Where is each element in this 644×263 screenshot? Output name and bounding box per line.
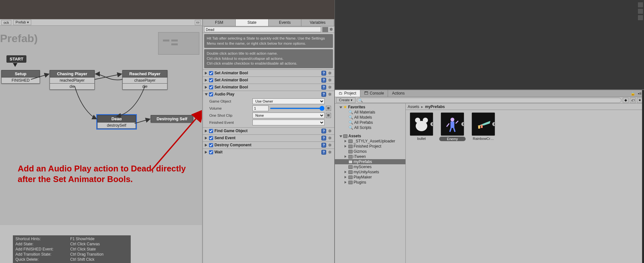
foldout-icon[interactable]	[205, 137, 208, 140]
node-chasing-player[interactable]: Chasing Player reachedPlayer die	[50, 70, 95, 90]
tree-folder[interactable]: Plugins	[335, 180, 405, 185]
help-icon[interactable]: ?	[321, 92, 326, 97]
tree-folder[interactable]: PlayMaker	[335, 175, 405, 180]
scene-tool-icon[interactable]	[638, 2, 643, 8]
help-icon[interactable]: ?	[321, 78, 326, 83]
graph-view-toggle-icon[interactable]: ▭	[195, 20, 201, 25]
tab-fsm[interactable]: FSM	[203, 19, 236, 26]
help-icon[interactable]: ?	[321, 136, 326, 141]
one-shot-clip-dropdown[interactable]: None	[252, 113, 325, 118]
breadcrumb-segment[interactable]: Assets	[408, 104, 419, 109]
help-icon[interactable]: ?	[321, 129, 326, 133]
filter-by-label-icon[interactable]: 🏷	[630, 98, 636, 103]
gear-icon[interactable]: ✲	[327, 85, 332, 90]
tab-console[interactable]: 🗔 Console	[360, 90, 388, 97]
volume-slider[interactable]	[270, 108, 325, 109]
help-icon[interactable]: ?	[321, 85, 326, 90]
project-tree[interactable]: ★ Favorites 🔍All Materials 🔍All Models 🔍…	[335, 104, 406, 263]
favorite-item[interactable]: 🔍All Models	[335, 115, 405, 120]
tab-events[interactable]: Events	[269, 19, 301, 26]
action-enable-checkbox[interactable]	[209, 150, 213, 154]
foldout-icon[interactable]	[205, 79, 208, 82]
help-icon[interactable]: ?	[321, 150, 326, 155]
gear-icon[interactable]: ✲	[327, 129, 332, 133]
help-icon[interactable]: ?	[321, 71, 326, 76]
tree-folder[interactable]: myUnityAssets	[335, 169, 405, 175]
action-set-animator-bool[interactable]: Set Animator Bool ? ✲	[203, 69, 334, 77]
action-find-game-object[interactable]: Find Game Object ? ✲	[203, 127, 334, 134]
tree-folder-myprefabs[interactable]: myPrefabs	[335, 159, 405, 164]
help-icon[interactable]: ?	[321, 143, 326, 148]
volume-input[interactable]	[252, 105, 269, 111]
node-event[interactable]: chasePlayer	[122, 77, 167, 84]
scene-tool-icon[interactable]	[638, 8, 643, 14]
tree-folder[interactable]: myScenes	[335, 164, 405, 169]
lock-icon[interactable]: 🔒	[630, 91, 637, 96]
asset-thumbnail[interactable]: RainbowCr…	[470, 113, 497, 260]
action-set-animator-bool[interactable]: Set Animator Bool ? ✲	[203, 77, 334, 84]
action-send-event[interactable]: Send Event ? ✲	[203, 134, 334, 141]
node-event[interactable]: reachedPlayer	[50, 77, 95, 84]
gear-icon[interactable]: ✲	[327, 150, 332, 155]
tree-folder[interactable]: _STYLY_AssetUploader	[335, 139, 405, 144]
asset-thumbnail[interactable]: bullet	[408, 113, 435, 260]
foldout-icon[interactable]	[205, 72, 208, 75]
filter-by-type-icon[interactable]: ◆	[623, 98, 629, 103]
favorite-item[interactable]: 🔍All Prefabs	[335, 120, 405, 125]
asset-grid[interactable]: bullet Enemy Rainbow	[406, 110, 644, 263]
tree-folder[interactable]: Gizmos	[335, 149, 405, 154]
breadcrumb-segment[interactable]: myPrefabs	[425, 104, 445, 109]
action-audio-play[interactable]: Audio Play ? ✲ Game Object Use Owner Vol…	[203, 91, 334, 127]
prefab-dropdown[interactable]: Prefab ▾	[13, 20, 31, 25]
start-node[interactable]: START	[6, 55, 26, 63]
panel-menu-icon[interactable]: ▪≡	[637, 91, 641, 96]
state-color-swatch[interactable]	[322, 27, 328, 32]
favorites-header[interactable]: ★ Favorites	[335, 104, 405, 110]
action-enable-checkbox[interactable]	[209, 85, 213, 89]
action-enable-checkbox[interactable]	[209, 129, 213, 133]
node-event[interactable]: die	[50, 84, 95, 90]
node-reached-player[interactable]: Reached Player chasePlayer die	[122, 70, 167, 90]
gear-icon[interactable]: ✲	[327, 136, 332, 141]
empty-scene-view[interactable]	[335, 0, 644, 90]
tab-project[interactable]: 🗀 Project	[335, 90, 360, 97]
finished-event-dropdown[interactable]	[252, 120, 325, 125]
foldout-icon[interactable]	[205, 86, 208, 89]
action-wait[interactable]: Wait ? ✲	[203, 149, 334, 156]
create-dropdown[interactable]: Create ▾	[336, 97, 355, 103]
fsm-canvas[interactable]: Prefab) START Setup FINISHED Chasing Pla…	[0, 26, 202, 225]
node-dead[interactable]: Dead destroySelf	[97, 115, 136, 129]
action-destroy-component[interactable]: Destroy Component ? ✲	[203, 141, 334, 149]
action-enable-checkbox[interactable]	[209, 71, 213, 75]
gear-icon[interactable]: ✲	[327, 71, 332, 76]
tree-folder[interactable]: iTween	[335, 154, 405, 159]
action-set-animator-bool[interactable]: Set Animator Bool ? ✲	[203, 84, 334, 91]
foldout-icon[interactable]	[205, 151, 208, 154]
node-event[interactable]: destroySelf	[97, 122, 136, 129]
minimap[interactable]	[158, 32, 199, 55]
game-object-dropdown[interactable]: Use Owner	[252, 98, 325, 104]
node-event[interactable]: FINISHED	[1, 77, 40, 84]
tab-state[interactable]: State	[236, 19, 269, 26]
asset-thumbnail[interactable]: Enemy	[439, 113, 466, 260]
node-destroying-self[interactable]: Destroying Self	[151, 115, 193, 122]
var-toggle-icon[interactable]: 〓	[326, 113, 331, 118]
action-enable-checkbox[interactable]	[209, 143, 213, 147]
lock-button[interactable]: ock	[1, 20, 11, 25]
tab-actions[interactable]: Actions	[388, 90, 408, 97]
favorite-item[interactable]: 🔍All Scripts	[335, 125, 405, 130]
favorite-item[interactable]: 🔍All Materials	[335, 110, 405, 115]
breadcrumb[interactable]: Assets ▸ myPrefabs	[406, 104, 644, 110]
project-search-input[interactable]	[357, 98, 621, 103]
node-setup[interactable]: Setup FINISHED	[1, 70, 40, 84]
action-enable-checkbox[interactable]	[209, 92, 213, 96]
assets-header[interactable]: Assets	[335, 133, 405, 139]
gear-icon[interactable]: ✲	[329, 27, 333, 32]
state-name-input[interactable]	[204, 27, 321, 32]
foldout-icon[interactable]	[205, 130, 208, 132]
tree-folder[interactable]: Finished Project	[335, 144, 405, 149]
scene-tool-icon[interactable]	[638, 15, 643, 21]
gear-icon[interactable]: ✲	[327, 92, 332, 97]
var-toggle-icon[interactable]: 〓	[326, 106, 331, 111]
node-event[interactable]: die	[122, 84, 167, 90]
